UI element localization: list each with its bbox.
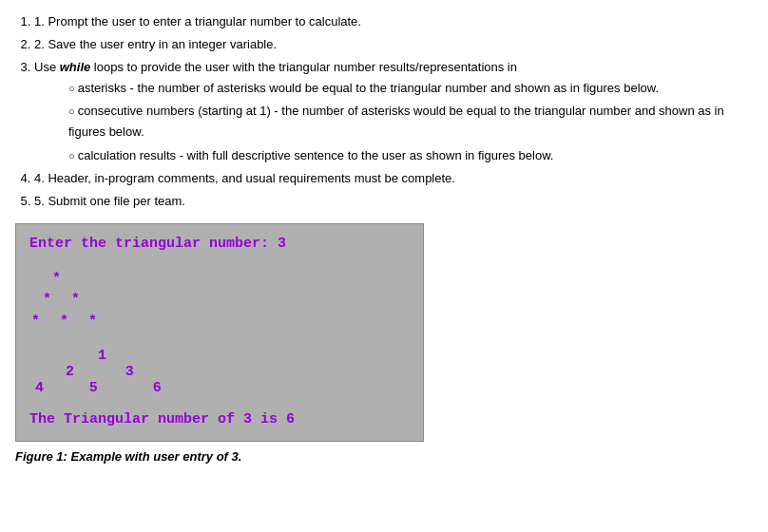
terminal-result: The Triangular number of 3 is 6	[29, 411, 410, 428]
instructions-section: 1. Prompt the user to enter a triangular…	[15, 11, 753, 212]
subitems-list: asterisks - the number of asterisks woul…	[34, 78, 753, 165]
numbers-section: 1 2 3 4 5 6	[29, 348, 410, 396]
instruction-item-2: 2. Save the user entry in an integer var…	[34, 34, 753, 55]
asterisks-section: * * * * * *	[29, 269, 410, 333]
while-keyword: while	[60, 60, 91, 74]
instruction-item-1: 1. Prompt the user to enter a triangular…	[34, 11, 753, 32]
subitem-consecutive: consecutive numbers (starting at 1) - th…	[68, 101, 753, 142]
asterisk-row-3: * * *	[29, 312, 410, 333]
subitem-calculation: calculation results - with full descript…	[68, 145, 753, 166]
instruction-item-3: Use while loops to provide the user with…	[34, 57, 753, 165]
terminal-prompt: Enter the triangular number: 3	[29, 236, 410, 252]
number-row-3: 4 5 6	[29, 380, 410, 396]
instruction-item-5: 5. Submit one file per team.	[34, 191, 753, 212]
asterisk-row-1: *	[29, 269, 410, 291]
figure-caption: Figure 1: Example with user entry of 3.	[15, 449, 753, 464]
number-row-1: 1	[29, 348, 410, 364]
number-row-2: 2 3	[29, 364, 410, 380]
terminal-box: Enter the triangular number: 3 * * * * *…	[15, 223, 424, 443]
subitem-asterisks: asterisks - the number of asterisks woul…	[68, 78, 753, 99]
asterisk-row-2: * *	[29, 290, 410, 312]
instruction-item-4: 4. Header, in-program comments, and usua…	[34, 168, 753, 189]
